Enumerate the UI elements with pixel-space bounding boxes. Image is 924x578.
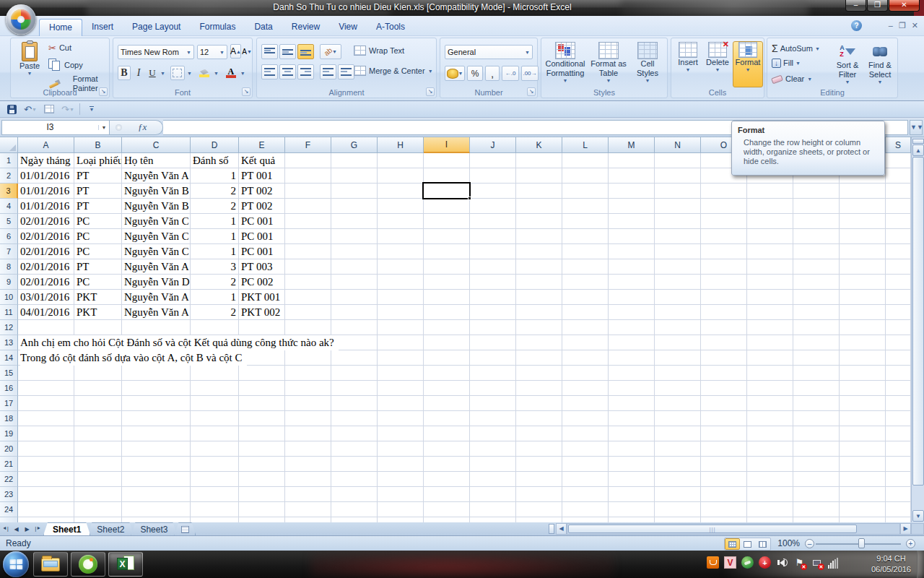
cell-L2[interactable] xyxy=(562,168,609,184)
taskbar-excel-button[interactable]: X xyxy=(108,552,143,577)
cell-H21[interactable] xyxy=(378,457,424,472)
row-header-17[interactable]: 17 xyxy=(0,396,18,411)
cell-A25[interactable] xyxy=(18,517,74,522)
zoom-slider-thumb[interactable] xyxy=(858,538,865,548)
cell-M4[interactable] xyxy=(609,199,655,214)
workbook-restore-button[interactable]: ❐ xyxy=(899,21,906,30)
cell-L12[interactable] xyxy=(562,320,609,335)
cell-D25[interactable] xyxy=(191,517,239,522)
cell-L21[interactable] xyxy=(562,457,609,472)
cell-I2[interactable] xyxy=(424,168,470,184)
cell-A17[interactable] xyxy=(18,396,74,411)
cell-C6[interactable]: Nguyễn Văn C xyxy=(122,229,191,244)
cell-R11[interactable] xyxy=(840,305,886,320)
cell-K1[interactable] xyxy=(516,153,562,168)
align-middle-button[interactable] xyxy=(279,44,296,59)
cell-N13[interactable] xyxy=(655,335,701,350)
cell-L22[interactable] xyxy=(562,472,609,487)
cell-K18[interactable] xyxy=(516,411,562,426)
cell-F20[interactable] xyxy=(285,441,331,457)
cell-R8[interactable] xyxy=(840,259,886,275)
cell-I6[interactable] xyxy=(424,229,470,244)
align-right-button[interactable] xyxy=(297,64,314,79)
cell-D6[interactable]: 1 xyxy=(191,229,239,244)
cell-S23[interactable] xyxy=(886,487,911,502)
row-header-24[interactable]: 24 xyxy=(0,502,18,517)
cell-I8[interactable] xyxy=(424,259,470,275)
cell-H11[interactable] xyxy=(378,305,424,320)
cell-Q19[interactable] xyxy=(793,426,840,441)
cell-C1[interactable]: Họ tên xyxy=(122,153,191,168)
cell-O5[interactable] xyxy=(701,214,747,229)
cell-O17[interactable] xyxy=(701,396,747,411)
cell-J12[interactable] xyxy=(470,320,516,335)
cell-F19[interactable] xyxy=(285,426,331,441)
row-header-11[interactable]: 11 xyxy=(0,305,18,320)
cell-D8[interactable]: 3 xyxy=(191,259,239,275)
cell-J7[interactable] xyxy=(470,244,516,259)
cell-M20[interactable] xyxy=(609,441,655,457)
workbook-close-button[interactable]: ✕ xyxy=(912,21,918,30)
volume-icon[interactable] xyxy=(776,556,788,569)
cell-J17[interactable] xyxy=(470,396,516,411)
italic-button[interactable]: I xyxy=(133,66,144,80)
column-header-I[interactable]: I xyxy=(424,137,470,153)
column-header-S[interactable]: S xyxy=(886,137,911,153)
increase-decimal-button[interactable]: ←.0 xyxy=(502,66,519,81)
cell-D21[interactable] xyxy=(191,457,239,472)
cell-J23[interactable] xyxy=(470,487,516,502)
clipboard-dialog-launcher[interactable]: ↘ xyxy=(99,87,108,96)
expand-formula-bar-button[interactable]: ▼▼ xyxy=(910,120,923,135)
cell-L8[interactable] xyxy=(562,259,609,275)
cell-E23[interactable] xyxy=(239,487,285,502)
cell-I19[interactable] xyxy=(424,426,470,441)
format-cells-button[interactable]: Format ▼ xyxy=(733,41,763,87)
workbook-minimize-button[interactable]: – xyxy=(889,21,893,30)
cell-K6[interactable] xyxy=(516,229,562,244)
cell-S10[interactable] xyxy=(886,290,911,305)
cell-K19[interactable] xyxy=(516,426,562,441)
cell-H16[interactable] xyxy=(378,381,424,396)
cell-M6[interactable] xyxy=(609,229,655,244)
cell-A7[interactable]: 02/01/2016 xyxy=(18,244,74,259)
cell-J20[interactable] xyxy=(470,441,516,457)
cell-G5[interactable] xyxy=(331,214,378,229)
cell-R20[interactable] xyxy=(840,441,886,457)
cell-R14[interactable] xyxy=(840,350,886,366)
cell-L19[interactable] xyxy=(562,426,609,441)
cell-F4[interactable] xyxy=(285,199,331,214)
cell-J8[interactable] xyxy=(470,259,516,275)
cell-P13[interactable] xyxy=(747,335,793,350)
cell-L4[interactable] xyxy=(562,199,609,214)
cell-A16[interactable] xyxy=(18,381,74,396)
cell-A8[interactable]: 02/01/2016 xyxy=(18,259,74,275)
cell-C11[interactable]: Nguyễn Văn A xyxy=(122,305,191,320)
cell-A22[interactable] xyxy=(18,472,74,487)
cell-I16[interactable] xyxy=(424,381,470,396)
cell-F12[interactable] xyxy=(285,320,331,335)
cell-J25[interactable] xyxy=(470,517,516,522)
row-header-5[interactable]: 5 xyxy=(0,214,18,229)
cell-N4[interactable] xyxy=(655,199,701,214)
cell-K11[interactable] xyxy=(516,305,562,320)
cell-L6[interactable] xyxy=(562,229,609,244)
font-dialog-launcher[interactable]: ↘ xyxy=(242,87,250,96)
cell-C20[interactable] xyxy=(122,441,191,457)
cell-F22[interactable] xyxy=(285,472,331,487)
cell-M12[interactable] xyxy=(609,320,655,335)
cell-D22[interactable] xyxy=(191,472,239,487)
select-all-button[interactable] xyxy=(0,137,18,153)
cell-P9[interactable] xyxy=(747,275,793,290)
cell-H1[interactable] xyxy=(378,153,424,168)
cell-J15[interactable] xyxy=(470,366,516,381)
customize-qat-button[interactable]: ▼ xyxy=(84,103,99,116)
cell-O11[interactable] xyxy=(701,305,747,320)
redo-button[interactable]: ↷▼ xyxy=(61,103,75,116)
vertical-scrollbar[interactable]: ▲ ▼ xyxy=(911,137,924,522)
cell-G6[interactable] xyxy=(331,229,378,244)
row-header-18[interactable]: 18 xyxy=(0,411,18,426)
cell-Q3[interactable] xyxy=(793,184,840,199)
cell-D17[interactable] xyxy=(191,396,239,411)
cell-S9[interactable] xyxy=(886,275,911,290)
cell-C8[interactable]: Nguyễn Văn A xyxy=(122,259,191,275)
